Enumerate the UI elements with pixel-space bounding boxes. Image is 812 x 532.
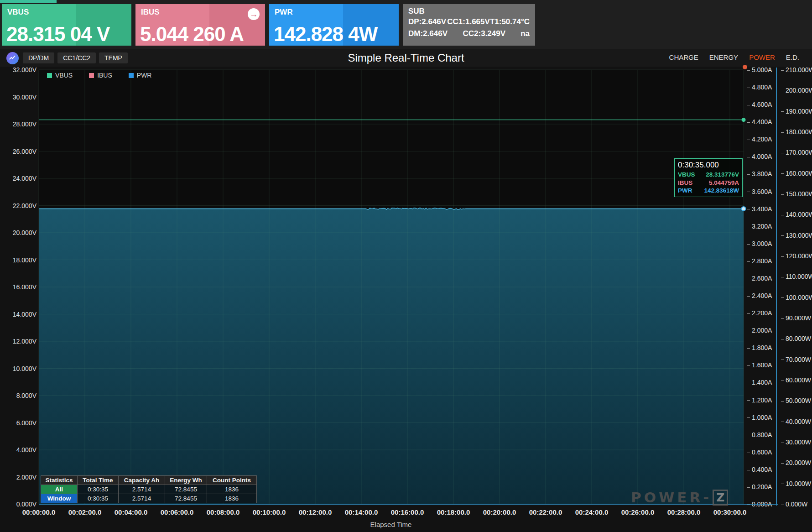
tooltip-series-value: 142.83618W <box>704 187 739 195</box>
stats-cell: 72.8455 <box>165 494 207 503</box>
tooltip-series-value: 28.313776V <box>706 171 739 179</box>
mode-buttons: CHARGEENERGYPOWERE.D. <box>669 53 799 61</box>
stats-row-window: Window0:30:352.571472.84551836 <box>41 494 257 503</box>
chart-app-icon[interactable] <box>6 52 19 64</box>
stats-header-cell: Capacity Ah <box>119 476 165 485</box>
pwr-card-label: PWR <box>275 8 393 17</box>
power-z-monitor: VBUS 28.315 04 V IBUS → 5.044 260 A PWR … <box>0 0 812 532</box>
vbus-card[interactable]: VBUS 28.315 04 V <box>2 4 131 46</box>
pwr-card[interactable]: PWR 142.828 4W <box>269 4 399 46</box>
stats-header-cell: Total Time <box>78 476 119 485</box>
sub-value: na <box>521 28 530 40</box>
stats-cell: 0:30:35 <box>78 494 119 503</box>
stats-cell: 2.5714 <box>119 494 165 503</box>
stats-header-cell: Energy Wh <box>165 476 207 485</box>
sub-card-label: SUB <box>408 7 530 16</box>
sub-value: DM:2.646V <box>408 28 463 40</box>
stats-cell: 0:30:35 <box>78 485 119 494</box>
cursor-tooltip: 0:30:35.000 VBUS28.313776VIBUS5.044759AP… <box>674 158 743 197</box>
vbus-card-label: VBUS <box>7 8 126 17</box>
pwr-card-value: 142.828 4W <box>274 24 377 44</box>
stats-cell: 1836 <box>207 494 257 503</box>
vbus-swatch-icon <box>47 73 52 78</box>
ibus-card-value: 5.044 260 A <box>140 24 244 44</box>
stats-cell: 72.8455 <box>165 485 207 494</box>
sub-value: CC1:1.665V <box>447 16 490 28</box>
legend-item-pwr[interactable]: PWR <box>129 72 152 79</box>
stats-row-label: All <box>41 485 78 494</box>
sub-value: T1:50.74°C <box>490 16 530 28</box>
toolbar-button-charge[interactable]: CHARGE <box>669 53 698 61</box>
toolbar-button-cc1-cc2[interactable]: CC1/CC2 <box>57 52 96 63</box>
ibus-swatch-icon <box>89 73 94 78</box>
legend-label: VBUS <box>55 72 73 79</box>
power-z-watermark: POWER- Z <box>631 489 728 506</box>
stats-cell: 1836 <box>207 485 257 494</box>
display-toggle-buttons: DP/DMCC1/CC2TEMP <box>23 52 128 63</box>
tooltip-row-ibus: IBUS5.044759A <box>678 179 739 187</box>
toolbar-button-power[interactable]: POWER <box>749 53 775 61</box>
watermark-z: Z <box>713 490 728 506</box>
legend-item-vbus[interactable]: VBUS <box>47 72 73 79</box>
stats-row-all: All0:30:352.571472.84551836 <box>41 485 257 494</box>
sub-value: DP:2.646V <box>408 16 447 28</box>
tooltip-row-pwr: PWR142.83618W <box>678 187 739 195</box>
stats-cell: 2.5714 <box>119 485 165 494</box>
toolbar: DP/DMCC1/CC2TEMP Simple Real-Time Chart … <box>0 51 812 67</box>
top-progress-strip <box>0 0 57 3</box>
toolbar-button-dp-dm[interactable]: DP/DM <box>23 52 54 63</box>
toolbar-button-ed[interactable]: E.D. <box>786 53 799 61</box>
tooltip-time: 0:30:35.000 <box>678 161 739 170</box>
tooltip-series-name: PWR <box>678 187 692 195</box>
ibus-card[interactable]: IBUS → 5.044 260 A <box>135 4 265 46</box>
tooltip-row-vbus: VBUS28.313776V <box>678 171 739 179</box>
pulse-line-icon <box>9 54 16 62</box>
pwr-swatch-icon <box>129 73 134 78</box>
tooltip-series-name: VBUS <box>678 171 695 179</box>
sub-values: DP:2.646VCC1:1.665VT1:50.74°CDM:2.646VCC… <box>408 16 530 39</box>
stats-header-cell: Statistics <box>41 476 78 485</box>
vbus-card-value: 28.315 04 V <box>6 24 109 44</box>
x-axis-title: Elapsed Time <box>345 521 437 528</box>
power-axis-line <box>776 68 777 506</box>
tooltip-series-value: 5.044759A <box>709 179 739 187</box>
measurement-cards: VBUS 28.315 04 V IBUS → 5.044 260 A PWR … <box>2 4 535 46</box>
tooltip-values: VBUS28.313776VIBUS5.044759APWR142.83618W <box>678 171 739 195</box>
legend-item-ibus[interactable]: IBUS <box>89 72 112 79</box>
sub-value: CC2:3.249V <box>463 28 521 40</box>
watermark-text: POWER- <box>631 489 712 506</box>
tooltip-series-name: IBUS <box>678 179 692 187</box>
legend-label: PWR <box>137 72 152 79</box>
ibus-card-label: IBUS <box>141 8 260 17</box>
pwr-marker <box>742 207 746 211</box>
sub-card[interactable]: SUB DP:2.646VCC1:1.665VT1:50.74°CDM:2.64… <box>403 4 535 46</box>
statistics-table: StatisticsTotal TimeCapacity AhEnergy Wh… <box>41 475 257 503</box>
stats-row-label: Window <box>41 494 78 503</box>
sub-row-0: DP:2.646VCC1:1.665VT1:50.74°C <box>408 16 530 28</box>
toolbar-button-temp[interactable]: TEMP <box>99 52 128 63</box>
toolbar-button-energy[interactable]: ENERGY <box>709 53 738 61</box>
sub-row-1: DM:2.646VCC2:3.249Vna <box>408 28 530 40</box>
legend-label: IBUS <box>97 72 112 79</box>
chart-title: Simple Real-Time Chart <box>348 52 464 64</box>
stats-header-row: StatisticsTotal TimeCapacity AhEnergy Wh… <box>41 476 257 485</box>
current-direction-arrow-icon: → <box>248 8 260 20</box>
stats-header-cell: Count Points <box>207 476 257 485</box>
vbus-marker <box>742 118 746 122</box>
plot-area[interactable] <box>39 70 744 504</box>
chart-legend: VBUSIBUSPWR <box>47 72 151 79</box>
